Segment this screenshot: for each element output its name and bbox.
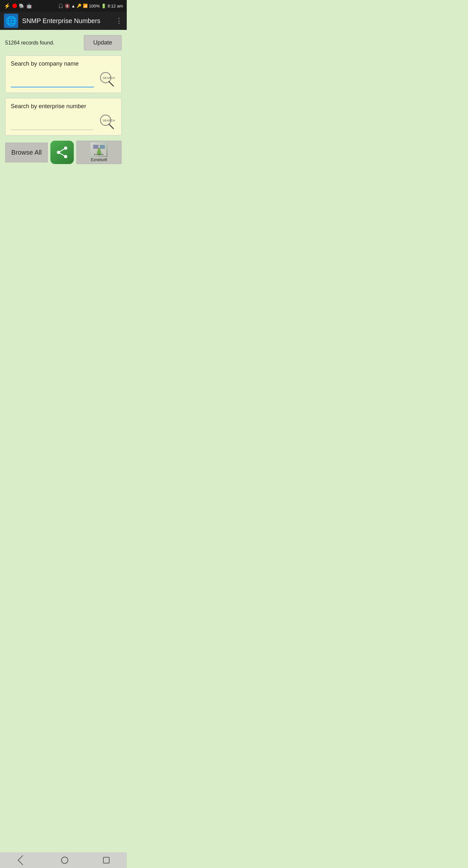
vpn-icon: 🔑 [77,4,82,8]
search-company-label: Search by company name [11,60,116,67]
battery-icon: 🔋 [101,4,106,8]
status-right-icons: 🎧 🔇 ▲ 🔑 📶 100% 🔋 8:12 am [58,4,123,8]
record-icon [12,4,17,8]
records-found-text: 51264 records found. [5,40,54,46]
eznetsoft-button[interactable]: Eznetsoft Eznetsoft [77,141,121,164]
mute-icon: 🔇 [65,4,70,8]
app-logo: 🌐 [4,13,18,28]
svg-rect-13 [100,145,105,149]
usb-icon: ⚡ [4,3,10,9]
headphone-icon: 🎧 [58,4,63,8]
evernote-icon: 🐘 [19,3,24,8]
svg-line-10 [59,152,66,157]
svg-text:SEARCH: SEARCH [103,76,115,80]
svg-rect-17 [100,149,100,151]
time-display: 8:12 am [108,4,123,8]
search-enterprise-input[interactable] [11,121,94,130]
battery-percent: 100% [89,4,100,8]
search-enterprise-input-row: SEARCH [11,113,116,130]
share-icon [55,146,69,159]
status-left-icons: ⚡ 🐘 🤖 [4,3,32,9]
browse-all-button[interactable]: Browse All [5,143,48,162]
svg-line-5 [109,124,113,129]
search-company-button[interactable]: SEARCH [96,70,116,87]
search-company-input-row: SEARCH [11,70,116,87]
search-company-box: Search by company name SEARCH [5,56,121,93]
update-button[interactable]: Update [84,35,121,50]
search-enterprise-box: Search by enterprise number SEARCH [5,98,121,135]
search-enterprise-button[interactable]: SEARCH [96,113,116,130]
search-enterprise-magnifier-icon: SEARCH [96,113,116,130]
eznetsoft-image: Eznetsoft [91,143,108,157]
search-magnifier-icon: SEARCH [96,70,116,87]
app-bar: 🌐 SNMP Enterprise Numbers ⋮ [0,12,127,30]
wifi-icon: ▲ [71,4,76,8]
svg-text:SEARCH: SEARCH [103,119,115,122]
svg-line-2 [109,82,113,86]
eznetsoft-logo-svg: Eznetsoft [92,144,106,156]
svg-rect-16 [98,149,98,151]
app-title: SNMP Enterprise Numbers [22,17,115,25]
globe-icon: 🌐 [5,16,17,26]
search-company-input[interactable] [11,78,94,87]
svg-text:Eznetsoft: Eznetsoft [94,153,104,156]
main-content: 51264 records found. Update Search by co… [0,30,127,221]
svg-line-9 [59,148,66,152]
signal-icon: 📶 [83,4,88,8]
svg-rect-12 [93,145,98,149]
bottom-buttons-row: Browse All Eznetsoft [5,141,121,164]
records-row: 51264 records found. Update [5,35,121,50]
status-bar: ⚡ 🐘 🤖 🎧 🔇 ▲ 🔑 📶 100% 🔋 8:12 am [0,0,127,12]
android-icon: 🤖 [26,3,32,8]
share-button[interactable] [50,141,74,164]
eznetsoft-label: Eznetsoft [91,158,107,162]
overflow-menu-button[interactable]: ⋮ [115,17,123,25]
search-enterprise-label: Search by enterprise number [11,103,116,110]
